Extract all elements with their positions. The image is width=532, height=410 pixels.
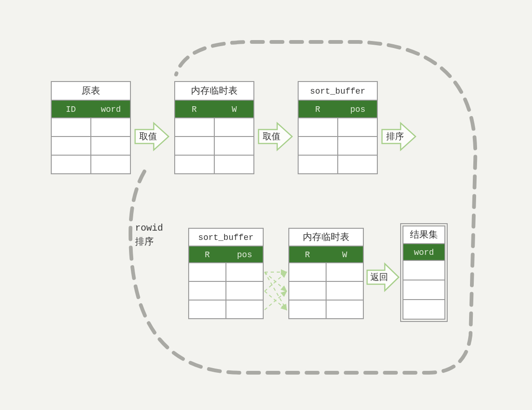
svg-line-34 — [265, 272, 286, 310]
table-original-title: 原表 — [82, 85, 100, 96]
col-R: R — [192, 105, 197, 114]
col-W: W — [232, 105, 237, 114]
col-R: R — [315, 105, 321, 114]
side-label: rowid 排序 — [135, 223, 163, 247]
table-mem2-title: 内存临时表 — [303, 231, 349, 242]
side-label-rowid: rowid — [135, 223, 163, 233]
table-sbuf1-title: sort_buffer — [310, 87, 366, 96]
table-sbuf2-title: sort_buffer — [198, 233, 254, 242]
table-result: 结果集 word — [401, 224, 447, 321]
arrow-3: 排序 — [382, 123, 416, 150]
col-ID: ID — [66, 105, 76, 114]
arrow-1: 取值 — [135, 123, 169, 150]
svg-rect-51 — [403, 300, 445, 319]
col-R: R — [305, 250, 310, 260]
col-R: R — [205, 250, 210, 260]
col-pos: pos — [350, 105, 365, 114]
cross-arrows — [265, 272, 286, 310]
col-W: W — [342, 250, 348, 260]
svg-rect-49 — [403, 260, 445, 280]
arrow-3-label: 排序 — [386, 131, 404, 141]
arrow-2-label: 取值 — [263, 131, 280, 141]
svg-rect-50 — [403, 280, 445, 300]
arrow-4: 返回 — [367, 264, 399, 291]
arrow-1-label: 取值 — [139, 131, 157, 141]
col-word: word — [414, 248, 434, 257]
arrow-4-label: 返回 — [370, 272, 388, 282]
table-mem1: 内存临时表 R W — [175, 82, 254, 174]
table-mem2: 内存临时表 R W — [289, 228, 363, 319]
side-label-sort: 排序 — [135, 236, 154, 247]
col-pos: pos — [237, 250, 252, 260]
table-sbuf1: sort_buffer R pos — [298, 82, 377, 174]
arrow-2: 取值 — [259, 123, 292, 150]
table-original: 原表 ID word — [51, 82, 130, 174]
table-result-title: 结果集 — [410, 229, 438, 240]
table-sbuf2: sort_buffer R pos — [189, 228, 263, 319]
col-word: word — [101, 105, 121, 114]
table-mem1-title: 内存临时表 — [191, 85, 238, 96]
